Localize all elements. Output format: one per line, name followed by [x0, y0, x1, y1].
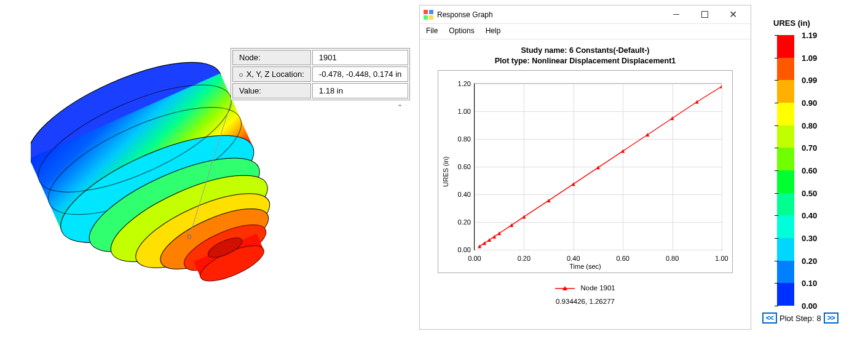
node-value: 1901: [312, 50, 408, 65]
contour-legend: URES (in) 1.191.090.990.900.800.700.600.…: [773, 18, 866, 306]
menu-bar: File Options Help: [420, 24, 751, 39]
svg-marker-26: [547, 199, 551, 202]
chart-area[interactable]: URES (in) Time (sec) 0.000.200.400.600.8…: [438, 70, 733, 273]
svg-marker-32: [695, 100, 699, 103]
color-segment: [777, 170, 794, 193]
color-segment: [777, 215, 794, 238]
svg-rect-17: [424, 15, 428, 20]
legend-tick-label: 0.40: [802, 211, 838, 220]
svg-marker-22: [492, 234, 496, 238]
svg-rect-18: [429, 15, 433, 20]
value-label: Value:: [232, 83, 311, 98]
svg-marker-21: [487, 238, 491, 242]
x-tick-label: 1.00: [715, 255, 728, 262]
plot-step-label: Plot Step:: [779, 314, 814, 323]
maximize-button[interactable]: [690, 6, 719, 24]
legend-marker-icon: [555, 285, 575, 292]
value-value: 1.18 in: [312, 83, 408, 98]
minimize-button[interactable]: [662, 6, 690, 24]
color-segment: [777, 58, 794, 81]
color-segment: [777, 193, 794, 216]
svg-marker-24: [510, 223, 513, 227]
chart-title: Study name: 6 Constants(-Default-) Plot …: [432, 46, 738, 66]
svg-marker-19: [478, 244, 481, 248]
legend-tick-label: 0.80: [802, 121, 838, 130]
legend-tick-label: 0.50: [802, 188, 838, 197]
plot-step-value: 8: [816, 314, 821, 323]
y-tick-label: 0.20: [445, 218, 471, 226]
color-segment: [777, 35, 794, 58]
plot-step-prev-button[interactable]: <<: [762, 312, 777, 324]
legend-tick-label: 1.09: [802, 53, 838, 62]
menu-options[interactable]: Options: [449, 26, 474, 35]
x-tick-label: 0.80: [666, 255, 679, 262]
legend-tick-label: 0.30: [802, 234, 838, 243]
svg-rect-16: [429, 10, 433, 14]
app-icon: [424, 10, 433, 20]
chart-legend: Node 1901: [432, 284, 738, 292]
color-segment: [777, 261, 794, 284]
y-tick-label: 1.20: [445, 80, 471, 87]
x-axis-label: Time (sec): [569, 263, 601, 270]
legend-tick-label: 0.70: [802, 143, 838, 153]
window-titlebar[interactable]: Response Graph ✕: [420, 6, 751, 24]
close-button[interactable]: ✕: [719, 6, 747, 24]
y-tick-label: 0.00: [445, 246, 471, 253]
node-info-callout[interactable]: Node: 1901 X, Y, Z Location: -0.478, -0.…: [231, 48, 410, 100]
x-tick-label: 0.60: [616, 255, 629, 262]
y-tick-label: 0.40: [445, 191, 471, 198]
legend-tick-label: 0.99: [802, 76, 838, 85]
legend-tick-label: 0.90: [802, 98, 838, 108]
color-bar: 1.191.090.990.900.800.700.600.500.400.30…: [777, 35, 794, 306]
y-tick-label: 0.60: [445, 163, 471, 170]
xyz-label: X, Y, Z Location:: [232, 66, 311, 82]
y-tick-label: 1.00: [445, 108, 471, 115]
y-tick-label: 0.80: [445, 135, 471, 143]
x-tick-label: 0.20: [518, 255, 531, 262]
legend-tick-label: 0.20: [802, 256, 838, 265]
menu-help[interactable]: Help: [486, 26, 501, 35]
xyz-value: -0.478, -0.448, 0.174 in: [312, 66, 408, 82]
color-segment: [777, 80, 794, 103]
fea-viewport[interactable]: Node: 1901 X, Y, Z Location: -0.478, -0.…: [0, 0, 418, 342]
svg-marker-23: [497, 231, 501, 235]
cursor-readout: 0.934426, 1.26277: [432, 298, 738, 305]
plot-step-control: << Plot Step: 8 >>: [762, 312, 838, 324]
y-axis-label: URES (in): [442, 156, 449, 187]
legend-tick-label: 0.00: [802, 301, 838, 311]
legend-tick-label: 0.10: [802, 279, 838, 288]
svg-rect-15: [424, 10, 428, 14]
svg-marker-30: [645, 133, 649, 137]
x-tick-label: 0.00: [468, 255, 481, 262]
color-segment: [777, 238, 794, 261]
response-graph-window: Response Graph ✕ File Options Help Study…: [419, 5, 751, 330]
color-segment: [777, 103, 794, 125]
legend-tick-label: 0.60: [802, 166, 838, 175]
collapse-icon[interactable]: ⌃: [397, 103, 403, 111]
node-label: Node:: [232, 50, 311, 65]
legend-text: Node 1901: [580, 284, 615, 292]
color-segment: [777, 148, 794, 170]
plot-step-next-button[interactable]: >>: [824, 312, 838, 324]
svg-marker-20: [483, 241, 486, 245]
window-title: Response Graph: [437, 10, 662, 19]
legend-tick-label: 1.19: [802, 31, 838, 40]
color-segment: [777, 283, 794, 306]
legend-title: URES (in): [773, 18, 866, 28]
x-tick-label: 0.40: [567, 255, 580, 262]
menu-file[interactable]: File: [426, 26, 438, 35]
color-segment: [777, 125, 794, 148]
